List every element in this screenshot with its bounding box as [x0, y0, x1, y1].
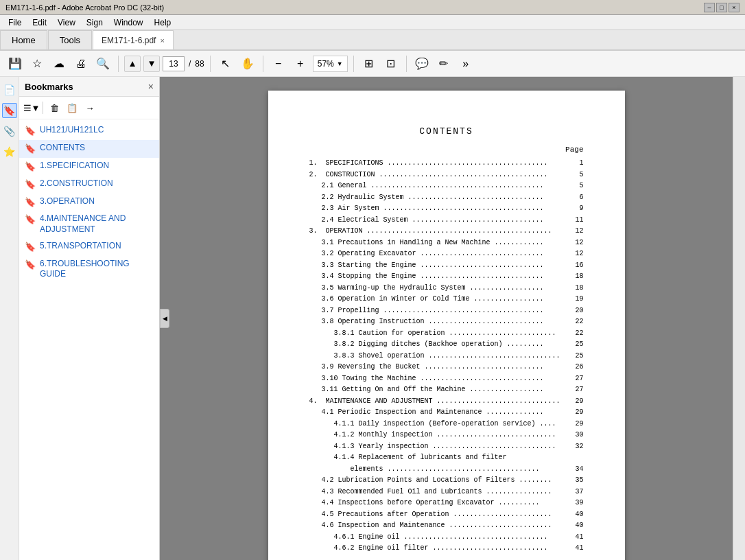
- bookmark-item-operation[interactable]: 🔖 3.OPERATION: [19, 194, 159, 211]
- toc-entry-4-1-1: 4.1.1 Daily inspection (Before-operation…: [309, 419, 584, 430]
- toc-entry-3-3: 3.3 Starting the Engine ................…: [309, 260, 584, 272]
- bookmarks-header: Bookmarks ×: [19, 77, 159, 97]
- more-tools-button[interactable]: »: [456, 54, 475, 73]
- navigation-controls: ▲ ▼ / 88: [124, 56, 204, 72]
- toc-entry-4-5: 4.5 Precautions after Operation ........…: [309, 509, 584, 521]
- toolbar-separator-5: [406, 56, 407, 72]
- zoom-out-button[interactable]: −: [269, 54, 288, 73]
- bookmarks-list: 🔖 UH121/UH121LC 🔖 CONTENTS 🔖 1.SPECIFICA…: [19, 119, 159, 560]
- toolbar-separator-2: [210, 56, 211, 72]
- pdf-contents-title: CONTENTS: [309, 125, 584, 139]
- fit-page-button[interactable]: ⊞: [359, 54, 379, 73]
- menu-help[interactable]: Help: [149, 16, 177, 29]
- bookmark-label: UH121/UH121LC: [40, 125, 104, 136]
- marquee-button[interactable]: ⊡: [381, 54, 401, 73]
- tab-tools[interactable]: Tools: [48, 30, 92, 49]
- tab-home[interactable]: Home: [0, 30, 47, 49]
- menu-bar: File Edit View Sign Window Help: [0, 15, 745, 30]
- bookmark-item-contents[interactable]: 🔖 CONTENTS: [19, 140, 159, 158]
- zoom-in-button[interactable]: +: [291, 54, 310, 73]
- bookmark-button[interactable]: ☆: [27, 54, 47, 73]
- zoom-dropdown-icon: ▼: [337, 60, 343, 67]
- bookmark-item-troubleshooting[interactable]: 🔖 6.TROUBLESHOOTING GUIDE: [19, 256, 159, 283]
- save-button[interactable]: 💾: [5, 54, 25, 73]
- tab-document[interactable]: EM171-1-6.pdf ×: [93, 30, 174, 49]
- attachments-tab[interactable]: 📎: [2, 124, 17, 139]
- bookmark-item-transportation[interactable]: 🔖 5.TRANSPORTATION: [19, 238, 159, 256]
- close-window-button[interactable]: ×: [729, 3, 740, 12]
- print-button[interactable]: 🖨: [71, 54, 91, 73]
- toc-entry-2-1: 2.1 General ............................…: [309, 180, 584, 192]
- bookmarks-panel: Bookmarks × ☰▼ 🗑 📋 → 🔖 UH121/UH121LC 🔖 C…: [19, 77, 160, 560]
- bookmark-label: 4.MAINTENANCE AND ADJUSTMENT: [40, 213, 154, 235]
- toc-entry-4-1-3: 4.1.3 Yearly inspection ................…: [309, 441, 584, 453]
- toc-entry-4: 4. MAINTENANCE AND ADJUSTMENT ..........…: [309, 396, 584, 408]
- main-area: 📄 🔖 📎 ⭐ Bookmarks × ☰▼ 🗑 📋 → 🔖 UH121/UH1…: [0, 77, 745, 560]
- bookmark-label: 6.TROUBLESHOOTING GUIDE: [40, 259, 154, 280]
- right-scrollbar-panel: [733, 77, 745, 560]
- bookmark-icon: 🔖: [25, 126, 36, 137]
- cursor-tool-button[interactable]: ↖: [216, 54, 235, 73]
- comment-button[interactable]: 💬: [412, 54, 431, 73]
- bookmark-label: 2.CONSTRUCTION: [40, 178, 113, 189]
- menu-sign[interactable]: Sign: [81, 16, 108, 29]
- bookmarks-options-button[interactable]: ☰▼: [23, 100, 40, 116]
- toc-entry-4-1: 4.1 Periodic Inspection and Maintenance …: [309, 407, 584, 419]
- layers-tab[interactable]: ⭐: [2, 144, 17, 159]
- menu-window[interactable]: Window: [108, 16, 149, 29]
- menu-edit[interactable]: Edit: [27, 16, 52, 29]
- tab-bar: Home Tools EM171-1-6.pdf ×: [0, 30, 745, 51]
- toolbar-separator-3: [263, 56, 263, 72]
- maximize-button[interactable]: □: [716, 3, 727, 12]
- page-thumbnails-tab[interactable]: 📄: [2, 82, 17, 97]
- bookmark-icon: 🔖: [25, 161, 36, 173]
- bookmarks-close-icon[interactable]: ×: [148, 81, 154, 92]
- tab-close-icon[interactable]: ×: [160, 36, 164, 45]
- toc-entry-4-4: 4.4 Inspections before Operating Excavat…: [309, 498, 584, 509]
- toc-entry-4-6: 4.6 Inspection and Maintenance .........…: [309, 520, 584, 532]
- toc-entry-4-3: 4.3 Recommended Fuel Oil and Lubricants …: [309, 487, 584, 498]
- add-bookmark-button[interactable]: 📋: [64, 100, 80, 116]
- toc-entry-4-6-1: 4.6.1 Engine oil .......................…: [309, 532, 584, 544]
- toc-entry-3-8: 3.8 Operating Instruction ..............…: [309, 316, 584, 328]
- bookmark-icon: 🔖: [25, 143, 36, 155]
- toc-entry-2-2: 2.2 Hydraulic System ...................…: [309, 192, 584, 204]
- pdf-page-label: Page: [309, 144, 584, 156]
- bookmark-item-specification[interactable]: 🔖 1.SPECIFICATION: [19, 158, 159, 176]
- bookmarks-toolbar-sep1: [43, 102, 43, 114]
- toc-entry-3-8-3: 3.8.3 Shovel operation .................…: [309, 351, 584, 362]
- bookmark-item-construction[interactable]: 🔖 2.CONSTRUCTION: [19, 176, 159, 194]
- minimize-button[interactable]: –: [704, 3, 715, 12]
- title-bar: EM171-1-6.pdf - Adobe Acrobat Pro DC (32…: [0, 0, 745, 15]
- toc-entry-3-10: 3.10 Towing the Machine ................…: [309, 373, 584, 385]
- toc-entry-2: 2. CONSTRUCTION ........................…: [309, 170, 584, 181]
- sidebar-collapse-button[interactable]: ◀: [160, 309, 169, 328]
- bookmark-label: 3.OPERATION: [40, 196, 95, 207]
- menu-view[interactable]: View: [52, 16, 81, 29]
- toc-entry-1: 1. SPECIFICATIONS ......................…: [309, 158, 584, 170]
- bookmark-icon: 🔖: [25, 242, 36, 253]
- bookmark-item-maintenance[interactable]: 🔖 4.MAINTENANCE AND ADJUSTMENT: [19, 211, 159, 237]
- edit-button[interactable]: ✏: [434, 54, 453, 73]
- cloud-button[interactable]: ☁: [49, 54, 69, 73]
- menu-file[interactable]: File: [3, 16, 27, 29]
- toc-entry-3-7: 3.7 Propelling .........................…: [309, 305, 584, 317]
- delete-bookmark-button[interactable]: 🗑: [46, 100, 62, 116]
- toc-entry-4-1-4a: 4.1.4 Replacement of lubricants and filt…: [309, 452, 584, 464]
- toc-entry-3: 3. OPERATION ...........................…: [309, 226, 584, 237]
- toolbar-separator-1: [118, 56, 119, 72]
- hand-tool-button[interactable]: ✋: [238, 54, 257, 73]
- more-bookmark-options-button[interactable]: →: [82, 100, 98, 116]
- next-page-button[interactable]: ▼: [143, 56, 160, 72]
- toc-entry-2-4: 2.4 Electrical System ..................…: [309, 215, 584, 226]
- find-button[interactable]: 🔍: [93, 54, 113, 73]
- prev-page-button[interactable]: ▲: [124, 56, 141, 72]
- bookmarks-tab[interactable]: 🔖: [2, 103, 17, 118]
- toc-entry-4-1-2: 4.1.2 Monthly inspection ...............…: [309, 430, 584, 441]
- bookmark-item-uh121[interactable]: 🔖 UH121/UH121LC: [19, 122, 159, 140]
- pdf-viewer[interactable]: CONTENTS Page 1. SPECIFICATIONS ........…: [160, 77, 733, 560]
- zoom-level-display[interactable]: 57% ▼: [313, 56, 348, 72]
- left-panel-tabs: 📄 🔖 📎 ⭐: [0, 77, 19, 560]
- page-separator: /: [187, 59, 192, 69]
- page-number-input[interactable]: [163, 56, 185, 71]
